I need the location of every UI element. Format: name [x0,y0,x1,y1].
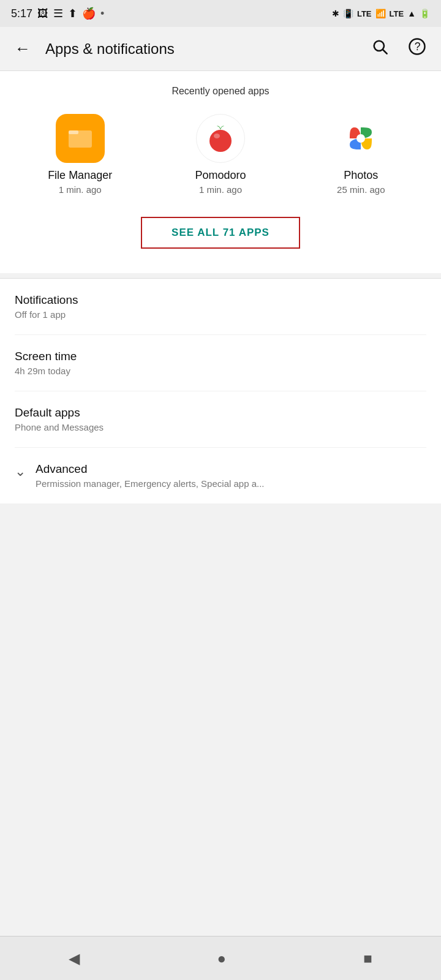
lte-icon: LTE [390,9,404,18]
photos-icon [336,114,385,163]
notifications-title: Notifications [15,293,426,307]
list-icon: ☰ [53,7,63,20]
pomodoro-icon [196,114,245,163]
app-item-photos[interactable]: Photos 25 min. ago [312,114,410,195]
help-button[interactable]: ? [403,32,431,65]
app-bar: ← Apps & notifications ? [0,27,441,71]
see-all-apps-button[interactable]: SEE ALL 71 APPS [141,217,300,249]
see-all-container: SEE ALL 71 APPS [10,212,431,263]
svg-point-7 [214,134,220,138]
default-apps-item[interactable]: Default apps Phone and Messages [15,391,426,448]
svg-rect-5 [69,130,78,134]
pomodoro-name: Pomodoro [195,169,246,182]
screen-time-item[interactable]: Screen time 4h 29m today [15,335,426,391]
lte-call-icon: LTE [357,9,372,18]
file-manager-time: 1 min. ago [59,184,102,195]
status-time: 5:17 [11,7,32,20]
recents-nav-button[interactable]: ■ [349,943,387,974]
screen-time-subtitle: 4h 29m today [15,366,426,376]
advanced-subtitle: Permission manager, Emergency alerts, Sp… [36,478,426,489]
vibrate-icon: 📳 [343,9,353,18]
dot-indicator: • [100,7,104,20]
notifications-subtitle: Off for 1 app [15,309,426,320]
back-button[interactable]: ← [10,34,36,63]
svg-point-8 [356,134,365,143]
upload-icon: ⬆ [68,7,77,20]
bottom-spacer [0,503,441,936]
back-nav-button[interactable]: ◀ [54,943,94,974]
chevron-down-icon: ⌄ [15,462,26,480]
file-manager-icon [56,114,105,163]
notifications-item[interactable]: Notifications Off for 1 app [15,279,426,335]
advanced-title: Advanced [36,462,426,476]
status-bar: 5:17 🖼 ☰ ⬆ 🍎 • ✱ 📳 LTE 📶 LTE ▲ 🔋 [0,0,441,27]
pomodoro-time: 1 min. ago [199,184,242,195]
settings-list: Notifications Off for 1 app Screen time … [0,279,441,503]
app-item-pomodoro[interactable]: Pomodoro 1 min. ago [172,114,270,195]
search-button[interactable] [366,33,393,64]
photos-time: 25 min. ago [337,184,385,195]
photo-icon: 🖼 [37,7,48,20]
app-item-file-manager[interactable]: File Manager 1 min. ago [31,114,129,195]
navigation-bar: ◀ ● ■ [0,936,441,980]
bluetooth-icon: ✱ [332,9,339,18]
apple-icon: 🍎 [82,7,96,20]
battery-icon: 🔋 [420,9,430,18]
wifi-icon: 📶 [375,9,386,18]
recently-opened-title: Recently opened apps [10,86,431,97]
photos-name: Photos [344,169,378,182]
svg-line-1 [383,50,386,53]
home-nav-button[interactable]: ● [202,943,241,974]
recent-apps-row: File Manager 1 min. ago Pomodor [10,114,431,195]
default-apps-subtitle: Phone and Messages [15,422,426,432]
signal-icon: ▲ [407,9,416,18]
recently-opened-section: Recently opened apps File Manager 1 min.… [0,71,441,273]
default-apps-title: Default apps [15,406,426,420]
screen-time-title: Screen time [15,350,426,363]
page-title: Apps & notifications [45,40,356,58]
svg-point-6 [209,130,232,152]
file-manager-name: File Manager [48,169,112,182]
advanced-item[interactable]: ⌄ Advanced Permission manager, Emergency… [15,448,426,503]
svg-text:?: ? [415,40,421,53]
